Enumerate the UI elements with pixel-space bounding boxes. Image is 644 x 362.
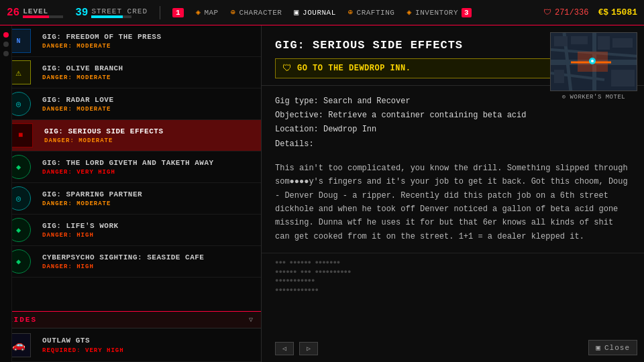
inventory-badge: 3 bbox=[462, 8, 472, 17]
nav-inventory[interactable]: ◈ INVENTORY 3 bbox=[407, 7, 472, 17]
left-decoration bbox=[0, 25, 12, 362]
list-item[interactable]: ◆ CYBERPSYCHO SIGHTING: SEASIDE CAFE DAN… bbox=[0, 246, 261, 278]
gig-description-text: This ain't too complicated, you know the… bbox=[275, 164, 628, 241]
journal-label: JOURNAL bbox=[303, 9, 336, 17]
crafting-label: CRAFTING bbox=[357, 9, 395, 17]
level-label: LEVEL bbox=[23, 7, 63, 15]
journal-icon: ▣ bbox=[294, 7, 299, 17]
cred-label: STREET CRED bbox=[91, 7, 148, 15]
footer-text: ●●● ●●●●●● ●●●●●●●●●●●●● ●●● ●●●●●●●●●●●… bbox=[275, 259, 631, 295]
next-arrow[interactable]: ▷ bbox=[299, 342, 318, 355]
list-item[interactable]: ◆ GIG: THE LORD GIVETH AND TAKETH AWAY D… bbox=[0, 152, 261, 183]
objective-text: GO TO THE DEWDROP INN. bbox=[297, 64, 411, 73]
quest-text: GIG: SERIOUS SIDE EFFECTS DANGER: MODERA… bbox=[39, 120, 261, 151]
quest-text: GIG: OLIVE BRANCH DANGER: MODERATE bbox=[37, 57, 261, 88]
quest-name: GIG: RADAR LOVE bbox=[42, 95, 256, 105]
quest-danger: DANGER: MODERATE bbox=[42, 74, 256, 81]
inventory-label: INVENTORY bbox=[415, 9, 458, 17]
gig-location-value: Dewdrop Inn bbox=[323, 125, 376, 134]
main-content: N GIG: FREEDOM OF THE PRESS DANGER: MODE… bbox=[0, 25, 644, 362]
quest-name: GIG: SPARRING PARTNER bbox=[42, 190, 256, 199]
quest-name: GIG: SERIOUS SIDE EFFECTS bbox=[44, 127, 256, 136]
minimap-svg bbox=[551, 33, 637, 91]
list-item[interactable]: N GIG: FREEDOM OF THE PRESS DANGER: MODE… bbox=[0, 25, 261, 57]
quest-text: GIG: THE LORD GIVETH AND TAKETH AWAY DAN… bbox=[37, 152, 261, 182]
quest-text: GIG: RADAR LOVE DANGER: MODERATE bbox=[37, 88, 261, 119]
level-display: 26 LEVEL bbox=[7, 7, 63, 19]
svg-point-15 bbox=[591, 60, 594, 62]
top-navigation-bar: 26 LEVEL 39 STREET CRED 1 ◈ MAP ⊕ CHARAC… bbox=[0, 0, 644, 25]
character-label: CHARACTER bbox=[239, 9, 282, 17]
health-value: 271/336 bbox=[555, 8, 588, 17]
rides-filter-icon[interactable]: ▽ bbox=[249, 316, 253, 324]
health-icon: 🛡 bbox=[543, 7, 551, 17]
gig-location-label: Location: bbox=[275, 125, 319, 134]
quest-text: GIG: LIFE'S WORK DANGER: HIGH bbox=[37, 215, 261, 245]
prev-arrow[interactable]: ◁ bbox=[275, 342, 294, 355]
rides-header[interactable]: RIDES ▽ bbox=[0, 311, 261, 328]
cred-number: 39 bbox=[75, 7, 88, 19]
gig-details-label: Details: bbox=[275, 139, 314, 149]
nav-journal[interactable]: ▣ JOURNAL bbox=[294, 7, 335, 17]
deco-dot bbox=[3, 32, 9, 38]
quest-text: GIG: FREEDOM OF THE PRESS DANGER: MODERA… bbox=[37, 25, 261, 56]
close-icon: ▣ bbox=[596, 343, 601, 352]
gig-description: This ain't too complicated, you know the… bbox=[262, 162, 644, 253]
list-item[interactable]: ◆ GIG: LIFE'S WORK DANGER: HIGH bbox=[0, 215, 261, 246]
inventory-icon: ◈ bbox=[407, 7, 412, 17]
crafting-icon: ⊕ bbox=[348, 7, 354, 17]
map-icon: ◈ bbox=[196, 7, 201, 17]
list-item[interactable]: ◎ GIG: RADAR LOVE DANGER: MODERATE bbox=[0, 88, 261, 120]
minimap-container: ⊙ WORKER'S MOTEL bbox=[550, 32, 637, 99]
ride-name: OUTLAW GTS bbox=[42, 336, 256, 345]
gig-objective-line: Objective: Retrieve a container containi… bbox=[275, 109, 631, 122]
ride-text: OUTLAW GTS REQUIRED: VERY HIGH bbox=[37, 328, 261, 361]
currency-icon: €$ bbox=[598, 7, 608, 17]
next-icon: ▷ bbox=[307, 345, 311, 353]
cred-fill bbox=[91, 15, 123, 18]
divider bbox=[160, 6, 160, 19]
quest-danger: DANGER: MODERATE bbox=[42, 200, 256, 207]
ride-danger: REQUIRED: VERY HIGH bbox=[42, 347, 256, 354]
health-display: 🛡 271/336 bbox=[543, 7, 588, 17]
quest-name: GIG: FREEDOM OF THE PRESS bbox=[42, 32, 256, 42]
quest-danger: DANGER: HIGH bbox=[42, 263, 256, 270]
nav-map[interactable]: ◈ MAP bbox=[196, 7, 219, 17]
svg-rect-8 bbox=[598, 36, 610, 50]
minimap bbox=[550, 32, 637, 91]
deco-dot bbox=[3, 51, 9, 56]
gig-detail-panel: ⊙ WORKER'S MOTEL GIG: SERIOUS SIDE EFFEC… bbox=[262, 25, 644, 362]
svg-rect-11 bbox=[611, 70, 635, 86]
quest-name: GIG: OLIVE BRANCH bbox=[42, 64, 256, 73]
quest-danger: DANGER: MODERATE bbox=[44, 137, 256, 144]
quest-danger: DANGER: MODERATE bbox=[42, 43, 256, 50]
money-amount: 15081 bbox=[611, 7, 637, 17]
list-item[interactable]: ◎ GIG: SPARRING PARTNER DANGER: MODERATE bbox=[0, 183, 261, 215]
quest-text: GIG: SPARRING PARTNER DANGER: MODERATE bbox=[37, 183, 261, 214]
quest-danger: DANGER: VERY HIGH bbox=[42, 169, 256, 176]
ride-item[interactable]: 🚗 OUTLAW GTS REQUIRED: VERY HIGH bbox=[0, 328, 261, 362]
quest-danger: DANGER: HIGH bbox=[42, 232, 256, 239]
gig-objective-label: Objective: bbox=[275, 111, 323, 120]
list-item[interactable]: ■ GIG: SERIOUS SIDE EFFECTS DANGER: MODE… bbox=[0, 120, 261, 152]
objective-icon: 🛡 bbox=[282, 63, 292, 74]
nav-crafting[interactable]: ⊕ CRAFTING bbox=[348, 7, 395, 17]
nav-character[interactable]: ⊕ CHARACTER bbox=[231, 7, 282, 17]
quest-name: GIG: LIFE'S WORK bbox=[42, 221, 256, 231]
quest-danger: DANGER: MODERATE bbox=[42, 106, 256, 113]
gig-footer: ●●● ●●●●●● ●●●●●●●●●●●●● ●●● ●●●●●●●●●●●… bbox=[262, 253, 644, 300]
gig-type-label: Gig type: bbox=[275, 97, 319, 106]
gig-location-line: Location: Dewdrop Inn bbox=[275, 123, 631, 136]
quest-text: CYBERPSYCHO SIGHTING: SEASIDE CAFE DANGE… bbox=[37, 246, 261, 277]
prev-icon: ◁ bbox=[282, 345, 286, 353]
close-label: Close bbox=[604, 344, 630, 352]
list-item[interactable]: ⚠ GIG: OLIVE BRANCH DANGER: MODERATE bbox=[0, 57, 261, 88]
xp-bar bbox=[23, 15, 63, 18]
svg-rect-6 bbox=[554, 36, 568, 46]
close-button[interactable]: ▣ Close bbox=[588, 340, 637, 355]
money-display: €$ 15081 bbox=[598, 7, 637, 17]
quest-list[interactable]: N GIG: FREEDOM OF THE PRESS DANGER: MODE… bbox=[0, 25, 261, 311]
deco-dot bbox=[3, 42, 9, 47]
gig-type-value: Search and Recover bbox=[323, 97, 411, 106]
gig-details-line: Details: bbox=[275, 138, 631, 151]
